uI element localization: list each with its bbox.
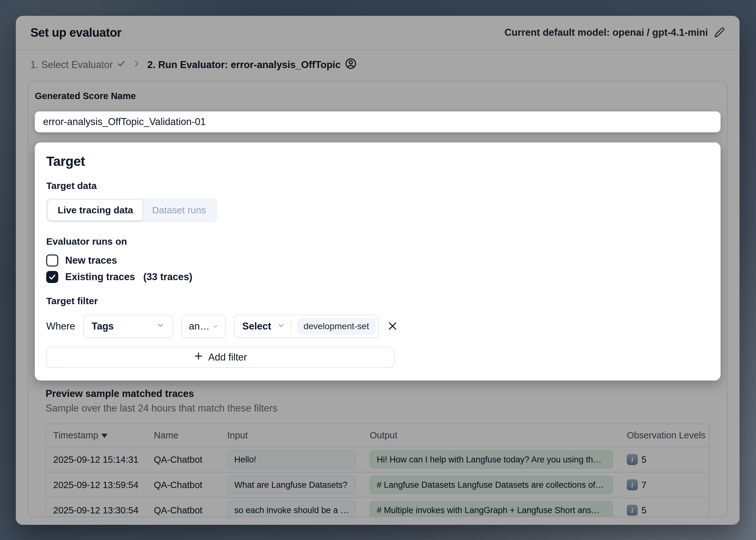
column-header-name[interactable]: Name [147,424,220,447]
column-header-observation-levels[interactable]: Observation Levels [620,424,709,447]
table-row[interactable]: 2025-09-12 13:59:54 QA-Chatbot What are … [46,472,709,497]
new-traces-label: New traces [65,255,117,266]
table-header-row: Timestamp Name Input Output Observation … [46,424,709,447]
preview-title: Preview sample matched traces [46,388,710,399]
add-filter-label: Add filter [208,352,247,363]
score-name-label: Generated Score Name [35,90,720,102]
column-header-timestamp[interactable]: Timestamp [46,424,147,447]
table-row[interactable]: 2025-09-12 13:30:54 QA-Chatbot so each i… [46,497,709,517]
cell-input: so each invoke should be a diff… [220,497,363,517]
filter-operator-select[interactable]: an… [181,315,226,338]
divider [291,320,292,333]
plus-icon [194,351,203,363]
filter-column-value: Tags [91,321,151,332]
evaluator-form-panel: Generated Score Name Target Target data … [28,81,727,517]
chevron-down-icon [156,321,165,332]
desktop-background: Set up evaluator Current default model: … [0,0,756,540]
chevron-right-icon [132,59,141,70]
default-model-label: Current default model: openai / gpt-4.1-… [505,27,708,38]
new-traces-checkbox[interactable] [46,254,58,267]
info-icon: i [627,505,638,516]
where-label: Where [46,321,75,332]
edit-model-button[interactable] [714,27,725,39]
check-icon [117,59,126,70]
cell-timestamp: 2025-09-12 13:30:54 [46,497,147,517]
target-heading: Target [46,154,709,169]
target-filter-label: Target filter [46,295,709,307]
user-circle-icon [345,58,357,72]
chevron-down-icon [277,321,285,332]
selected-tag-chip[interactable]: development-set [297,318,376,335]
sort-desc-icon [101,434,108,438]
filter-operator-value: an… [189,321,210,332]
tab-live-tracing-data[interactable]: Live tracing data [48,200,142,220]
runs-on-label: Evaluator runs on [46,235,709,247]
cell-input: Hello! [220,447,363,472]
default-model-info: Current default model: openai / gpt-4.1-… [505,27,725,39]
cell-output: Hi! How can I help with Langfuse today? … [363,447,620,472]
cell-output: # Multiple invokes with LangGraph + Lang… [363,497,620,517]
filter-value-select[interactable]: Select development-set [234,315,379,338]
cell-name: QA-Chatbot [147,472,220,497]
existing-traces-option[interactable]: Existing traces (33 traces) [46,271,709,283]
breadcrumb-step-select-evaluator[interactable]: 1. Select Evaluator [30,59,126,70]
target-data-label: Target data [46,180,709,192]
info-icon: i [627,454,638,465]
remove-filter-button[interactable] [387,321,398,333]
step-done-label: 1. Select Evaluator [30,59,113,70]
target-card: Target Target data Live tracing data Dat… [35,142,720,380]
existing-traces-checkbox[interactable] [46,271,58,283]
cell-name: QA-Chatbot [147,447,220,472]
filter-row: Where Tags an… Select [46,315,709,338]
matched-traces-table: Timestamp Name Input Output Observation … [46,424,710,517]
score-name-input[interactable] [35,111,720,132]
x-icon [387,321,398,333]
cell-name: QA-Chatbot [147,497,220,517]
preview-section: Preview sample matched traces Sample ove… [46,388,710,517]
add-filter-button[interactable]: Add filter [46,347,394,368]
column-header-output[interactable]: Output [363,424,620,447]
cell-input: What are Langfuse Datasets? [220,472,363,497]
step-current-label: 2. Run Evaluator: error-analysis_OffTopi… [147,59,341,70]
existing-traces-label: Existing traces [65,271,135,283]
cell-timestamp: 2025-09-12 13:59:54 [46,472,147,497]
target-data-tabs: Live tracing data Dataset runs [46,198,218,222]
new-traces-option[interactable]: New traces [46,254,709,267]
tab-dataset-runs[interactable]: Dataset runs [142,200,215,220]
table-row[interactable]: 2025-09-12 15:14:31 QA-Chatbot Hello! Hi… [46,447,709,472]
breadcrumb: 1. Select Evaluator 2. Run Evaluator: er… [16,50,740,81]
info-icon: i [627,479,638,490]
cell-output: # Langfuse Datasets Langfuse Datasets ar… [363,472,620,497]
page-title: Set up evaluator [30,26,122,40]
cell-observation-levels: i5 [620,447,709,472]
column-header-input[interactable]: Input [220,424,363,447]
chevron-down-icon [212,321,219,332]
cell-timestamp: 2025-09-12 15:14:31 [46,447,147,472]
pencil-icon [714,27,725,39]
preview-subtitle: Sample over the last 24 hours that match… [46,403,710,414]
setup-evaluator-dialog: Set up evaluator Current default model: … [16,16,740,525]
existing-traces-count: (33 traces) [143,271,193,283]
dialog-header: Set up evaluator Current default model: … [16,16,740,50]
filter-column-select[interactable]: Tags [83,315,173,338]
filter-value-placeholder: Select [242,321,271,332]
cell-observation-levels: i7 [620,472,709,497]
cell-observation-levels: i5 [620,497,709,517]
breadcrumb-step-run-evaluator: 2. Run Evaluator: error-analysis_OffTopi… [147,58,357,72]
